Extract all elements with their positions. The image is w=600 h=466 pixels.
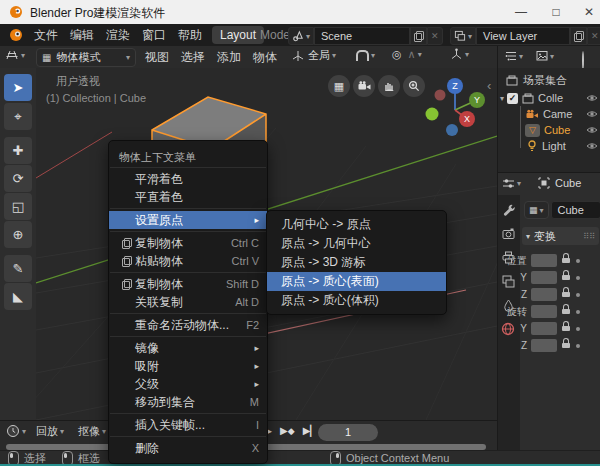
blender-app-icon[interactable] [9,28,23,42]
menu-select[interactable]: 选择 [174,46,212,68]
submenu-item-origin-to-center-of-mass-volume[interactable]: 原点 -> 质心(体积) [267,291,446,310]
rotate-tool-button[interactable]: ⟳ [4,165,32,192]
measure-tool-button[interactable]: ◣ [4,283,32,310]
menu-item-shade-flat[interactable]: 平直着色 [109,188,267,206]
view-layer-remove-button[interactable]: ✕ [587,27,600,45]
submenu-item-geometry-to-origin[interactable]: 几何中心 -> 原点 [267,215,446,234]
camera-view-button[interactable] [353,75,375,97]
outliner-display-mode-dropdown[interactable]: ▾ [505,50,523,62]
transform-tool-button[interactable]: ⊕ [4,221,32,248]
menu-item-snap[interactable]: 吸附▸ [109,357,267,375]
scene-browse-button[interactable]: ▾ [288,27,314,45]
scene-name-field[interactable]: Scene [314,27,410,45]
submenu-item-origin-to-3d-cursor[interactable]: 原点 -> 3D 游标 [267,253,446,272]
transform-orientation-dropdown[interactable]: 全局 ▾ [292,48,336,63]
menu-item-paste-objects[interactable]: 粘贴物体Ctrl V [109,252,267,270]
annotate-tool-button[interactable]: ✎ [4,255,32,282]
submenu-item-origin-to-geometry[interactable]: 原点 -> 几何中心 [267,234,446,253]
toggle-view-button[interactable]: ▦ [328,75,350,97]
outliner-collection-row[interactable]: ▾ ✓ Colle [500,90,598,106]
menu-add[interactable]: 添加 [210,46,248,68]
view-layer-name-field[interactable]: View Layer [476,27,570,45]
minimize-button[interactable]: — [508,1,534,23]
menu-item-mirror[interactable]: 镜像▸ [109,339,267,357]
lock-icon[interactable] [562,275,570,280]
animate-dot-icon[interactable] [576,259,580,263]
animate-dot-icon[interactable] [576,344,580,348]
rotation-y-field[interactable] [531,322,557,335]
location-x-field[interactable] [531,254,557,267]
lock-icon[interactable] [562,309,570,314]
outliner-filter-dropdown[interactable]: ▾ [536,50,554,62]
lock-icon[interactable] [562,292,570,297]
lock-icon[interactable] [562,326,570,331]
collection-checkbox[interactable]: ✓ [507,93,518,104]
keying-menu[interactable]: 抠像 ▾ [78,424,106,439]
scene-new-button[interactable] [410,27,427,45]
object-name-field[interactable]: Cube [551,201,600,219]
animate-dot-icon[interactable] [576,327,580,331]
menu-edit[interactable]: 编辑 [62,24,102,46]
timeline-editor-type-button[interactable]: ▾ [6,424,26,438]
menu-item-rename-active-object[interactable]: 重命名活动物体...F2 [109,316,267,334]
mode-dropdown[interactable]: ▦ 物体模式 ▾ [36,48,136,67]
tab-world[interactable] [497,318,519,340]
menu-view[interactable]: 视图 [138,46,176,68]
tab-tool[interactable] [497,198,519,220]
menu-item-duplicate-objects[interactable]: 复制物体Shift D [109,275,267,293]
menu-item-shade-smooth[interactable]: 平滑着色 [109,170,267,188]
transform-panel-header[interactable]: ▾ 变换 ⠿⠿ [522,227,599,245]
next-keyframe-button[interactable]: ▶◆ [276,425,299,436]
view-layer-browse-button[interactable]: ▾ [450,27,476,45]
maximize-button[interactable]: □ [543,1,569,23]
lock-icon[interactable] [562,343,570,348]
eye-icon[interactable] [586,141,598,151]
menu-item-copy-objects[interactable]: 复制物体Ctrl C [109,234,267,252]
move-tool-button[interactable]: ✚ [4,137,32,164]
tab-render[interactable] [497,222,519,244]
outliner-camera-row[interactable]: Came [526,106,598,122]
outliner-light-row[interactable]: Light [526,138,598,154]
properties-editor-type-button[interactable]: ▾ [502,177,521,190]
rotation-z-field[interactable] [531,339,557,352]
editor-type-button[interactable]: ▾ [5,48,25,62]
menu-item-duplicate-linked[interactable]: 关联复制Alt D [109,293,267,311]
scale-tool-button[interactable]: ◱ [4,193,32,220]
eye-icon[interactable] [586,109,598,119]
gizmos-dropdown[interactable]: ▾ [450,48,469,61]
zoom-view-button[interactable] [403,75,425,97]
snap-toggle[interactable]: ▾ [356,50,375,61]
object-id-button[interactable]: ▦ ▾ [524,201,549,219]
menu-window[interactable]: 窗口 [134,24,174,46]
current-frame-field[interactable]: 1 [318,424,378,441]
view-layer-new-button[interactable] [570,27,587,45]
eye-icon[interactable] [586,125,598,135]
outliner-root-row[interactable]: 场景集合 [506,72,598,88]
menu-render[interactable]: 渲染 [98,24,138,46]
menu-object[interactable]: 物体 [246,46,284,68]
menu-help[interactable]: 帮助 [170,24,210,46]
cursor-tool-button[interactable]: ⌖ [4,103,32,130]
menu-item-delete[interactable]: 删除X [109,439,267,457]
playback-menu[interactable]: 回放 ▾ [36,424,64,439]
menu-item-parent[interactable]: 父级▸ [109,375,267,393]
animate-dot-icon[interactable] [576,310,580,314]
location-z-field[interactable] [531,288,557,301]
menu-file[interactable]: 文件 [26,24,66,46]
menu-item-move-to-collection[interactable]: 移动到集合M [109,393,267,411]
menu-item-set-origin[interactable]: 设置原点▸ [109,211,267,229]
tab-view-layer[interactable] [497,270,519,292]
location-y-field[interactable] [531,271,557,284]
proportional-editing-cluster[interactable]: ◎ ∧ ▾ [392,48,422,61]
menu-item-insert-keyframe[interactable]: 插入关键帧...I [109,416,267,434]
lock-icon[interactable] [562,258,570,263]
rotation-x-field[interactable] [531,305,557,318]
sidebar-collapse-arrow[interactable]: ‹ [487,78,491,93]
animate-dot-icon[interactable] [576,293,580,297]
animate-dot-icon[interactable] [576,276,580,280]
select-box-tool-button[interactable]: ➤ [4,74,32,101]
pan-view-button[interactable] [378,75,400,97]
close-button[interactable]: ✕ [576,1,600,23]
tab-scene[interactable] [497,294,519,316]
navigation-gizmo[interactable]: Z Y X [424,76,488,140]
